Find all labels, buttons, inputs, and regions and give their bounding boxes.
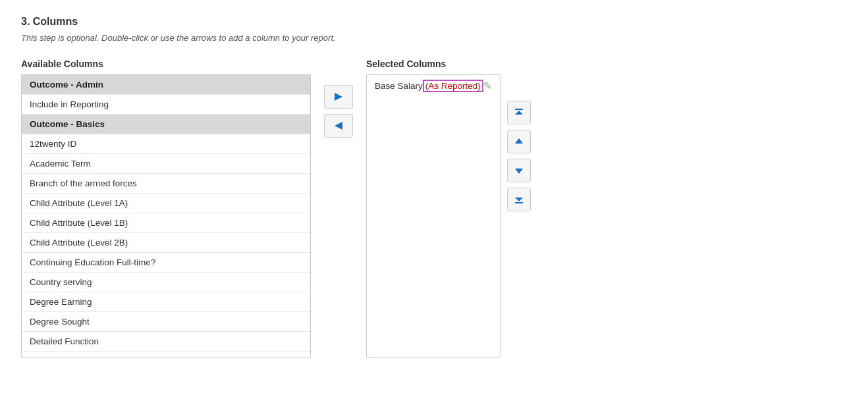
available-column-item[interactable]: Country serving <box>22 273 310 292</box>
step-description: This step is optional. Double-click or u… <box>21 33 847 43</box>
selected-columns-panel: Selected Columns Base Salary(As Reported… <box>366 59 649 357</box>
transfer-controls <box>311 85 366 138</box>
available-columns-panel: Available Columns Outcome - AdminInclude… <box>21 59 311 357</box>
add-column-button[interactable] <box>324 85 353 109</box>
add-icon <box>335 93 342 101</box>
available-columns-label: Available Columns <box>21 59 311 69</box>
selected-column-highlighted: (As Reported) <box>423 80 483 92</box>
selected-column-text: Base Salary <box>375 81 423 91</box>
selected-box-wrap: Base Salary(As Reported)✎ <box>366 74 649 357</box>
available-column-item[interactable]: Detailed Function <box>22 332 310 352</box>
step-title: 3. Columns <box>21 16 847 28</box>
available-column-item[interactable]: Include in Reporting <box>22 95 310 115</box>
available-columns-list[interactable]: Outcome - AdminInclude in ReportingOutco… <box>21 74 311 357</box>
column-group-header: Outcome - Basics <box>22 115 310 134</box>
remove-icon <box>335 122 342 130</box>
available-column-item[interactable]: 12twenty ID <box>22 134 310 154</box>
page-container: 3. Columns This step is optional. Double… <box>21 16 847 357</box>
move-down-button[interactable] <box>507 159 531 182</box>
move-up-button[interactable] <box>507 130 531 153</box>
move-bottom-button[interactable] <box>507 188 531 211</box>
move-up-icon <box>515 138 523 144</box>
move-top-button[interactable] <box>507 101 531 124</box>
move-down-icon <box>515 169 523 174</box>
move-top-icon <box>515 111 523 115</box>
selected-columns-list[interactable]: Base Salary(As Reported)✎ <box>366 74 501 357</box>
available-column-item[interactable]: Continuing Education Full-time? <box>22 253 310 273</box>
selected-column-item[interactable]: Base Salary(As Reported)✎ <box>367 75 500 97</box>
bottom-line <box>515 202 523 203</box>
available-column-item[interactable]: Enrollment status <box>22 352 310 357</box>
column-group-header: Outcome - Admin <box>22 75 310 95</box>
selected-columns-label: Selected Columns <box>366 59 649 69</box>
available-column-item[interactable]: Branch of the armed forces <box>22 174 310 194</box>
available-column-item[interactable]: Child Attribute (Level 1A) <box>22 194 310 213</box>
edit-column-icon[interactable]: ✎ <box>483 80 492 92</box>
top-line <box>515 109 523 110</box>
available-column-item[interactable]: Child Attribute (Level 1B) <box>22 213 310 233</box>
remove-column-button[interactable] <box>324 114 353 138</box>
available-column-item[interactable]: Academic Term <box>22 154 310 174</box>
available-column-item[interactable]: Degree Sought <box>22 312 310 332</box>
order-controls <box>501 101 531 211</box>
move-bottom-icon <box>515 198 523 201</box>
available-column-item[interactable]: Child Attribute (Level 2B) <box>22 233 310 253</box>
available-column-item[interactable]: Degree Earning <box>22 292 310 312</box>
columns-layout: Available Columns Outcome - AdminInclude… <box>21 59 847 357</box>
